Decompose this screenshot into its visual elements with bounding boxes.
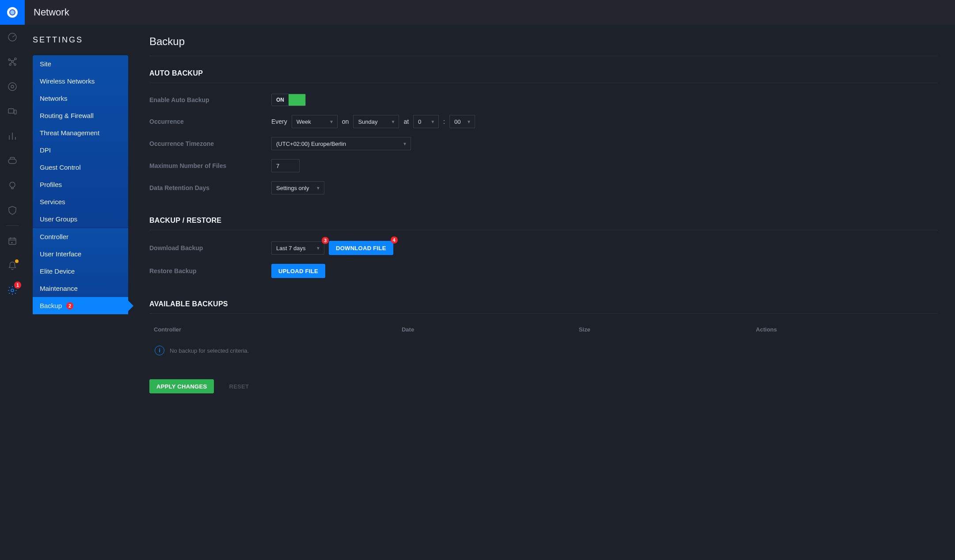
rail-settings-icon[interactable]: 1 xyxy=(0,278,25,303)
info-icon: i xyxy=(155,346,164,355)
rail-users-icon[interactable] xyxy=(0,149,25,173)
apply-changes-button[interactable]: APPLY CHANGES xyxy=(149,379,214,393)
topbar: Network xyxy=(25,0,955,25)
nav-item-networks[interactable]: Networks xyxy=(33,90,128,107)
text-on: on xyxy=(342,118,349,125)
label-retention: Data Retention Days xyxy=(149,184,271,191)
nav-item-dpi[interactable]: DPI xyxy=(33,141,128,159)
svg-rect-12 xyxy=(14,110,16,114)
col-controller: Controller xyxy=(154,326,402,333)
chevron-down-icon: ▼ xyxy=(329,119,334,124)
label-download-backup: Download Backup xyxy=(149,244,271,251)
settings-nav: SETTINGS Site Wireless Networks Networks… xyxy=(25,25,136,560)
rail-radio-icon[interactable] xyxy=(0,74,25,99)
nav-item-backup[interactable]: Backup 2 xyxy=(33,297,128,314)
svg-point-10 xyxy=(11,85,14,88)
nav-item-user-interface[interactable]: User Interface xyxy=(33,245,128,263)
section-title-backup-restore: BACKUP / RESTORE xyxy=(149,217,937,230)
topbar-title: Network xyxy=(34,7,69,18)
brand-logo xyxy=(0,0,25,25)
rail-devices-icon[interactable] xyxy=(0,99,25,124)
toggle-state-label: ON xyxy=(272,94,289,106)
section-title-available-backups: AVAILABLE BACKUPS xyxy=(149,300,937,314)
select-timezone[interactable]: (UTC+02:00) Europe/Berlin ▼ xyxy=(271,137,411,150)
col-date: Date xyxy=(402,326,579,333)
nav-item-wireless-networks[interactable]: Wireless Networks xyxy=(33,72,128,90)
settings-heading: SETTINGS xyxy=(33,35,128,45)
rail-dashboard-icon[interactable] xyxy=(0,25,25,50)
input-max-files-field[interactable] xyxy=(276,163,294,169)
upload-file-button[interactable]: UPLOAD FILE xyxy=(271,264,325,278)
select-download-range[interactable]: Last 7 days ▼ xyxy=(271,241,324,255)
icon-rail: 1 xyxy=(0,0,25,560)
annotation-badge-4: 4 xyxy=(391,236,398,244)
svg-rect-11 xyxy=(8,109,14,113)
section-backup-restore: BACKUP / RESTORE Download Backup Last 7 … xyxy=(149,217,937,282)
svg-point-16 xyxy=(11,289,14,292)
nav-item-guest-control[interactable]: Guest Control xyxy=(33,159,128,176)
select-minute[interactable]: 00 ▼ xyxy=(449,115,475,128)
nav-item-elite-device[interactable]: Elite Device xyxy=(33,263,128,280)
section-title-auto-backup: AUTO BACKUP xyxy=(149,69,937,83)
rail-statistics-icon[interactable] xyxy=(0,124,25,149)
nav-item-site[interactable]: Site xyxy=(33,55,128,72)
svg-point-2 xyxy=(10,10,15,15)
chevron-down-icon: ▼ xyxy=(403,141,407,146)
svg-point-4 xyxy=(8,59,10,61)
settings-nav-group-1: Site Wireless Networks Networks Routing … xyxy=(33,55,128,228)
rail-alerts-icon[interactable] xyxy=(0,253,25,278)
col-size: Size xyxy=(579,326,756,333)
nav-item-routing-firewall[interactable]: Routing & Firewall xyxy=(33,107,128,124)
chevron-down-icon: ▼ xyxy=(467,119,471,124)
rail-settings-badge: 1 xyxy=(14,282,21,289)
select-hour[interactable]: 0 ▼ xyxy=(413,115,439,128)
page-title: Backup xyxy=(149,35,937,56)
text-at: at xyxy=(403,118,409,125)
content-area: Backup AUTO BACKUP Enable Auto Backup ON xyxy=(136,25,955,560)
label-max-files: Maximum Number of Files xyxy=(149,162,271,169)
reset-button[interactable]: RESET xyxy=(222,379,256,393)
text-every: Every xyxy=(271,118,287,125)
label-restore-backup: Restore Backup xyxy=(149,267,271,274)
nav-item-profiles[interactable]: Profiles xyxy=(33,176,128,193)
col-actions: Actions xyxy=(756,326,933,333)
rail-topology-icon[interactable] xyxy=(0,50,25,74)
input-max-files[interactable] xyxy=(271,159,300,172)
select-day[interactable]: Sunday ▼ xyxy=(353,115,399,128)
empty-message: No backup for selected criteria. xyxy=(170,347,249,354)
chevron-down-icon: ▼ xyxy=(316,186,320,190)
rail-security-icon[interactable] xyxy=(0,198,25,223)
rail-insights-icon[interactable] xyxy=(0,173,25,198)
svg-point-14 xyxy=(10,182,15,187)
section-available-backups: AVAILABLE BACKUPS Controller Date Size A… xyxy=(149,300,937,362)
label-enable-auto-backup: Enable Auto Backup xyxy=(149,96,271,103)
label-occurrence: Occurrence xyxy=(149,118,271,125)
svg-rect-13 xyxy=(8,159,16,164)
nav-item-backup-badge: 2 xyxy=(66,302,73,309)
label-occurrence-timezone: Occurrence Timezone xyxy=(149,140,271,147)
text-colon: : xyxy=(443,118,445,125)
section-auto-backup: AUTO BACKUP Enable Auto Backup ON Occurr… xyxy=(149,69,937,199)
page-actions: APPLY CHANGES RESET xyxy=(149,379,937,393)
table-header: Controller Date Size Actions xyxy=(149,320,937,339)
select-period[interactable]: Week ▼ xyxy=(292,115,338,128)
alert-indicator-dot xyxy=(15,259,19,263)
svg-point-9 xyxy=(8,83,16,91)
toggle-enable-auto-backup[interactable]: ON xyxy=(271,94,306,106)
download-file-button[interactable]: DOWNLOAD FILE xyxy=(329,241,393,255)
nav-item-services[interactable]: Services xyxy=(33,193,128,210)
rail-events-icon[interactable] xyxy=(0,229,25,253)
settings-nav-group-2: Controller User Interface Elite Device M… xyxy=(33,228,128,314)
nav-item-threat-management[interactable]: Threat Management xyxy=(33,124,128,141)
toggle-knob xyxy=(289,94,305,106)
nav-item-maintenance[interactable]: Maintenance xyxy=(33,280,128,297)
chevron-down-icon: ▼ xyxy=(430,119,435,124)
nav-item-user-groups[interactable]: User Groups xyxy=(33,210,128,228)
table-empty-row: i No backup for selected criteria. xyxy=(149,339,937,362)
chevron-down-icon: ▼ xyxy=(391,119,395,124)
nav-item-controller[interactable]: Controller xyxy=(33,228,128,245)
rail-divider xyxy=(6,225,19,226)
annotation-badge-3: 3 xyxy=(322,237,329,244)
select-retention[interactable]: Settings only ▼ xyxy=(271,181,324,194)
chevron-down-icon: ▼ xyxy=(316,246,320,251)
